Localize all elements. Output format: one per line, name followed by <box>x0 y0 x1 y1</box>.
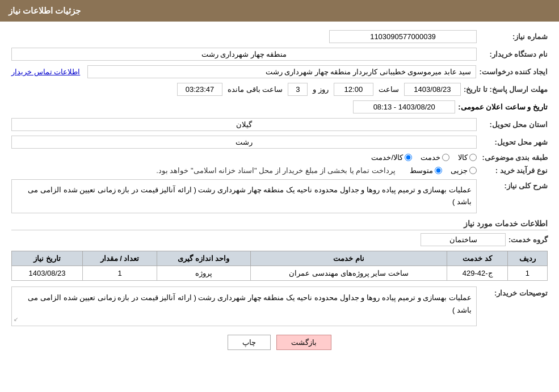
ijad-kannde-label: ایجاد کننده درخواست: <box>479 68 548 76</box>
col-date: تاریخ نیاز <box>12 251 83 266</box>
mohlat-days: 3 <box>288 83 308 96</box>
page-header: جزئیات اطلاعات نیاز <box>0 0 559 22</box>
tarikhe-elan-label: تاریخ و ساعت اعلان عمومی: <box>458 103 548 111</box>
cell-radif: 1 <box>507 266 547 281</box>
cell-kod: ج-42-429 <box>447 266 507 281</box>
tabaqe-radio-kala[interactable] <box>469 154 477 161</box>
farayand-row: نوع فرآیند خرید : جزیی متوسط پرداخت تمام… <box>11 166 548 175</box>
shahr-row: شهر محل تحویل: رشت <box>11 136 548 149</box>
ostan-label: استان محل تحویل: <box>480 120 548 129</box>
farayand-option-jozi: جزیی <box>451 166 477 175</box>
cell-date: 1403/08/23 <box>12 266 83 281</box>
services-table: ردیف کد خدمت نام خدمت واحد اندازه گیری ت… <box>11 251 548 281</box>
ijad-kannde-value: سید عابد میرموسوی خطیبانی کاربردار منطقه… <box>87 65 476 78</box>
page-title: جزئیات اطلاعات نیاز <box>9 6 81 15</box>
tabaqe-label: طبقه بندی موضوعی: <box>480 153 548 162</box>
farayand-label: نوع فرآیند خرید : <box>480 166 548 175</box>
tabaqe-kala-khedmat-label: کالا/خدمت <box>371 153 403 162</box>
farayand-option-motavasset: متوسط <box>410 166 442 175</box>
buttons-row: بازگشت چاپ <box>11 335 548 350</box>
ostan-value: گیلان <box>11 118 477 131</box>
shomare-niaz-value: 1103090577000039 <box>329 30 477 43</box>
tabaqe-row: طبقه بندی موضوعی: کالا خدمت کالا/خدمت <box>11 153 548 162</box>
table-row: 1 ج-42-429 ساخت سایر پروژه‌های مهندسی عم… <box>12 266 548 281</box>
farayand-motavasset-label: متوسط <box>410 166 433 175</box>
tabaqe-khedmat-label: خدمت <box>421 153 440 162</box>
farayand-radio-group: جزیی متوسط پرداخت تمام یا بخشی از مبلغ خ… <box>156 166 477 175</box>
tabaqe-radio-group: کالا خدمت کالا/خدمت <box>371 153 477 162</box>
group-label: گروه خدمت: <box>508 235 548 244</box>
ijad-kannde-row: ایجاد کننده درخواست: سید عابد میرموسوی خ… <box>11 65 548 78</box>
col-count: تعداد / مقدار <box>83 251 157 266</box>
tarikhe-elan-row: تاریخ و ساعت اعلان عمومی: 1403/08/20 - 0… <box>11 100 548 113</box>
group-value: ساختمان <box>421 233 506 246</box>
buyer-desc-label: توصیحات خریدار: <box>480 286 548 297</box>
col-radif: ردیف <box>507 251 547 266</box>
farayand-jozi-label: جزیی <box>451 166 468 175</box>
col-name: نام خدمت <box>250 251 447 266</box>
mohlat-days-label: روز و <box>313 85 329 94</box>
tabaqe-option-kala: کالا <box>458 153 477 162</box>
mohlat-time: 12:00 <box>334 83 373 96</box>
print-button[interactable]: چاپ <box>228 335 271 350</box>
farayand-radio-motavasset[interactable] <box>435 167 442 174</box>
mohlat-row: مهلت ارسال پاسخ: تا تاریخ: 1403/08/23 سا… <box>11 83 548 96</box>
nam-dastgah-row: نام دستگاه خریدار: منطقه چهار شهرداری رش… <box>11 48 548 61</box>
page-container: جزئیات اطلاعات نیاز شماره نیاز: 11030905… <box>0 0 559 392</box>
farayand-radio-jozi[interactable] <box>469 167 477 174</box>
tabaqe-radio-kala-khedmat[interactable] <box>405 154 412 161</box>
services-section-title: اطلاعات خدمات مورد نیاز <box>11 219 548 230</box>
cell-unit: پروژه <box>157 266 250 281</box>
mohlat-remaining: 03:23:47 <box>177 83 222 96</box>
ostan-row: استان محل تحویل: گیلان <box>11 118 548 131</box>
cell-name: ساخت سایر پروژه‌های مهندسی عمران <box>250 266 447 281</box>
mohlat-time-label: ساعت <box>379 85 399 94</box>
shahr-label: شهر محل تحویل: <box>480 138 548 146</box>
mohlat-date: 1403/08/23 <box>404 83 461 96</box>
shomare-niaz-label: شماره نیاز: <box>480 32 548 41</box>
sharh-row: شرح کلی نیاز: عملیات بهسازی و ترمیم پیاد… <box>11 179 548 213</box>
buyer-desc-row: توصیحات خریدار: عملیات بهسازی و ترمیم پی… <box>11 286 548 326</box>
col-unit: واحد اندازه گیری <box>157 251 250 266</box>
col-kod: کد خدمت <box>447 251 507 266</box>
back-button[interactable]: بازگشت <box>276 335 331 350</box>
shomare-niaz-row: شماره نیاز: 1103090577000039 <box>11 30 548 43</box>
cell-count: 1 <box>83 266 157 281</box>
nam-dastgah-value: منطقه چهار شهرداری رشت <box>11 48 477 61</box>
shahr-value: رشت <box>11 136 477 149</box>
sharh-value: عملیات بهسازی و ترمیم پیاده روها و جداول… <box>11 179 477 213</box>
tabaqe-option-kala-khedmat: کالا/خدمت <box>371 153 412 162</box>
contact-info-link[interactable]: اطلاعات تماس خریدار <box>11 68 80 76</box>
farayand-note: پرداخت تمام یا بخشی از مبلغ خریدار از مح… <box>156 166 396 175</box>
table-header-row: ردیف کد خدمت نام خدمت واحد اندازه گیری ت… <box>12 251 548 266</box>
tabaqe-radio-khedmat[interactable] <box>442 154 449 161</box>
tabaqe-option-khedmat: خدمت <box>421 153 449 162</box>
tabaqe-kala-label: کالا <box>458 153 468 162</box>
content-area: شماره نیاز: 1103090577000039 نام دستگاه … <box>0 22 559 364</box>
group-service-row: گروه خدمت: ساختمان <box>11 233 548 246</box>
nam-dastgah-label: نام دستگاه خریدار: <box>480 50 548 58</box>
mohlat-label: مهلت ارسال پاسخ: تا تاریخ: <box>464 85 548 94</box>
sharh-label: شرح کلی نیاز: <box>480 179 548 190</box>
mohlat-remaining-label: ساعت باقی مانده <box>228 85 283 94</box>
buyer-desc-value: عملیات بهسازی و ترمیم پیاده روها و جداول… <box>11 286 477 326</box>
tarikhe-elan-value: 1403/08/20 - 08:13 <box>353 100 455 113</box>
